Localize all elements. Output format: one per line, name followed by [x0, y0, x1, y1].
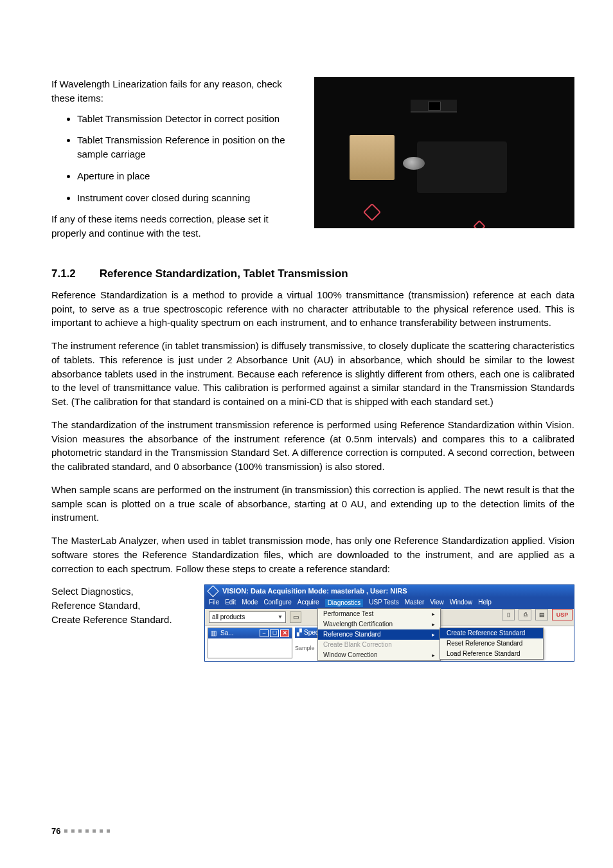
page-footer: 76 — [51, 826, 110, 836]
reference-standard-submenu[interactable]: Create Reference Standard Reset Referenc… — [440, 628, 544, 660]
menu-item-window-correction[interactable]: Window Correction▸ — [318, 650, 440, 660]
list-item: Instrument cover closed during scanning — [77, 191, 299, 205]
product-selector[interactable]: all products ▼ — [209, 611, 286, 623]
menu-diagnostics[interactable]: Diagnostics — [325, 599, 364, 607]
menu-window[interactable]: Window — [450, 599, 473, 607]
print-icon[interactable]: ⎙ — [519, 609, 531, 620]
menu-master[interactable]: Master — [405, 599, 425, 607]
submenu-reset-reference-standard[interactable]: Reset Reference Standard — [440, 638, 543, 649]
diagnostics-dropdown[interactable]: Performance Test▸ Wavelength Certificati… — [317, 608, 441, 661]
inner-window[interactable]: ▥ Sa... – ☐ ✕ — [208, 628, 292, 658]
menu-item-reference-standard[interactable]: Reference Standard▸ — [318, 629, 440, 640]
sample-label: Sample — [295, 646, 315, 651]
menu-acquire[interactable]: Acquire — [298, 599, 319, 607]
body-paragraph: The instrument reference (in tablet tran… — [51, 339, 574, 409]
submenu-create-reference-standard[interactable]: Create Reference Standard — [440, 628, 543, 638]
instrument-photo — [314, 77, 574, 228]
right-toolbar: ▯ ⎙ ▤ USP — [502, 609, 573, 620]
chart-icon: ▞ — [297, 629, 302, 636]
menu-edit[interactable]: Edit — [225, 599, 236, 607]
body-paragraph: When sample scans are performed on the i… — [51, 483, 574, 525]
body-paragraph: Reference Standardization is a method to… — [51, 288, 574, 330]
usp-button[interactable]: USP — [552, 609, 573, 620]
menu-mode[interactable]: Mode — [242, 599, 258, 607]
section-heading: 7.1.2 Reference Standardization, Tablet … — [51, 267, 574, 280]
window-title: VISION: Data Acquisition Mode: masterlab… — [222, 588, 407, 595]
menu-help[interactable]: Help — [478, 599, 492, 607]
minimize-icon[interactable]: – — [260, 629, 269, 637]
menu-item-wavelength-certification[interactable]: Wavelength Certification▸ — [318, 619, 440, 629]
body-paragraph: The MasterLab Analyzer, when used in tab… — [51, 534, 574, 575]
menu-file[interactable]: File — [209, 599, 219, 607]
sheet-icon[interactable]: ▤ — [535, 609, 548, 620]
outro-paragraph: If any of these items needs correction, … — [51, 212, 299, 240]
app-logo-icon — [207, 586, 218, 597]
body-paragraph: The standardization of the instrument tr… — [51, 418, 574, 474]
menu-item-performance-test[interactable]: Performance Test▸ — [318, 609, 440, 619]
doc-icon: ▥ — [211, 630, 217, 637]
submenu-load-reference-standard[interactable]: Load Reference Standard — [440, 649, 543, 659]
list-item: Tablet Transmission Detector in correct … — [77, 112, 299, 126]
vision-screenshot: VISION: Data Acquisition Mode: masterlab… — [204, 584, 574, 662]
menu-item-create-blank-correction: Create Blank Correction — [318, 640, 440, 650]
section-number: 7.1.2 — [51, 267, 96, 280]
menu-usp-tests[interactable]: USP Tests — [369, 599, 398, 607]
check-items-list: Tablet Transmission Detector in correct … — [51, 112, 299, 205]
list-item: Tablet Transmission Reference in positio… — [77, 133, 299, 161]
intro-paragraph: If Wavelength Linearization fails for an… — [51, 77, 299, 105]
toolbar-doc-icon[interactable]: ▭ — [290, 611, 301, 623]
close-icon[interactable]: ✕ — [280, 629, 289, 637]
list-item: Aperture in place — [77, 169, 299, 183]
section-title: Reference Standardization, Tablet Transm… — [100, 267, 348, 280]
menu-bar[interactable]: File Edit Mode Configure Acquire Diagnos… — [205, 597, 574, 609]
instruction-text: Select Diagnostics, Reference Standard, … — [51, 584, 186, 662]
chevron-down-icon: ▼ — [278, 615, 283, 620]
maximize-icon[interactable]: ☐ — [270, 629, 279, 637]
inner-window-title: Sa... — [220, 630, 234, 637]
page-number: 76 — [51, 826, 60, 836]
clipboard-icon[interactable]: ▯ — [502, 609, 515, 620]
window-titlebar: VISION: Data Acquisition Mode: masterlab… — [205, 585, 574, 597]
product-selector-value: all products — [212, 614, 245, 620]
menu-configure[interactable]: Configure — [263, 599, 291, 607]
menu-view[interactable]: View — [430, 599, 444, 607]
